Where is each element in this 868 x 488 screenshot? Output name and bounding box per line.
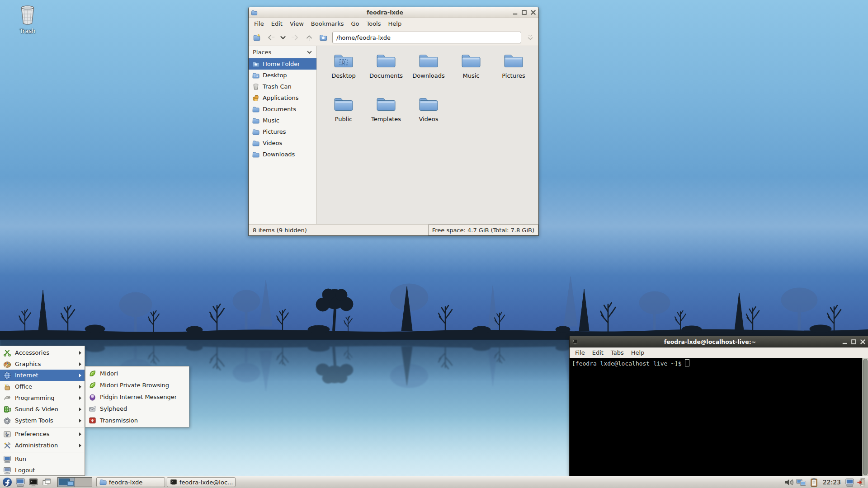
submenu-item-sylpheed[interactable]: Sylpheed [85,403,189,414]
minimize-icon[interactable] [842,339,848,345]
folder-big-icon [375,52,397,70]
file-manager-launcher[interactable] [14,477,26,488]
folder-big-icon [418,96,439,113]
folder-pictures[interactable]: Pictures [492,52,535,96]
menu-item-preferences[interactable]: Preferences [0,428,85,440]
submenu-arrow-icon [79,351,81,355]
close-icon[interactable] [860,339,866,345]
menu-item-accessories[interactable]: Accessories [0,347,85,358]
menu-button[interactable] [1,477,13,488]
folder-documents[interactable]: Documents [365,52,407,96]
fm-menu-edit[interactable]: Edit [268,19,286,28]
sidebar-item-applications[interactable]: Applications [249,92,316,103]
sidebar-item-pictures[interactable]: Pictures [249,126,316,137]
sidebar-item-trash-can[interactable]: Trash Can [249,81,316,92]
menu-separator [0,452,84,452]
screensaver-icon[interactable] [845,478,854,487]
terminal-menu-tabs[interactable]: Tabs [607,348,627,357]
sidebar-item-downloads[interactable]: Downloads [249,149,316,160]
graphics-icon [3,360,11,368]
terminal-output[interactable]: [feodra-lxde@localhost-live ~]$ [570,358,862,476]
menu-item-internet[interactable]: Internet [0,370,85,381]
desktop-icon-trash[interactable]: Trash [12,5,43,34]
fm-menu-help[interactable]: Help [385,19,406,28]
fm-statusbar: 8 items (9 hidden) Free space: 4.7 GiB (… [249,224,538,235]
forward-button[interactable] [290,33,300,42]
maximize-icon[interactable] [851,339,857,345]
menu-item-graphics[interactable]: Graphics [0,358,85,370]
submenu-item-midori[interactable]: Midori [85,367,189,379]
submenu-arrow-icon [79,432,81,436]
submenu-item-transmission[interactable]: Transmission [85,414,189,426]
submenu-arrow-icon [79,385,81,389]
network-icon[interactable] [796,478,807,487]
menu-item-system-tools[interactable]: System Tools [0,415,85,426]
menu-item-administration[interactable]: Administration [0,440,85,451]
jump-to-icon[interactable] [525,33,535,42]
places-header[interactable]: Places [249,46,316,58]
folder-label: Pictures [492,72,535,79]
close-icon[interactable] [530,9,536,15]
task-button-feodra-lxde[interactable]: feodra-lxde [96,477,165,487]
trash-small-icon [252,83,259,90]
folder-videos[interactable]: Videos [407,96,450,139]
terminal-menu-file[interactable]: File [571,348,589,357]
volume-icon[interactable] [784,478,793,487]
fm-titlebar[interactable]: feodra-lxde [249,7,538,18]
iconify-all-button[interactable] [41,477,52,488]
fm-menu-tools[interactable]: Tools [363,19,384,28]
sidebar-item-videos[interactable]: Videos [249,137,316,149]
maximize-icon[interactable] [521,9,527,15]
back-button[interactable] [266,33,276,42]
clipboard-icon[interactable] [809,478,819,487]
path-input[interactable] [332,32,521,43]
place-label: Desktop [263,72,287,79]
submenu-item-pidgin-internet-messenger[interactable]: Pidgin Internet Messenger [85,391,189,403]
folder-templates[interactable]: Templates [365,96,407,139]
terminal-window-title: feodra-lxde@localhost-live:~ [580,338,840,345]
fm-menu-bookmarks[interactable]: Bookmarks [307,19,348,28]
fm-menu-go[interactable]: Go [347,19,363,28]
sidebar-item-documents[interactable]: Documents [249,103,316,115]
place-label: Videos [263,140,282,146]
administration-icon [3,441,11,450]
task-button-feodra-lxde-loc[interactable]: feodra-lxde@loc... [167,477,236,487]
workspace-pager[interactable] [57,477,92,487]
terminal-menu-edit[interactable]: Edit [589,348,607,357]
task-button-label: feodra-lxde [109,479,142,486]
fm-menu-file[interactable]: File [250,19,268,28]
menu-item-programming[interactable]: Programming [0,392,85,404]
sidebar-item-desktop[interactable]: Desktop [249,70,316,81]
fm-icon-view[interactable]: DDesktopDocumentsDownloadsMusicPicturesP… [317,46,538,224]
terminal-launcher[interactable] [28,477,39,488]
folder-music[interactable]: Music [450,52,492,96]
fm-menu-view[interactable]: View [286,19,307,28]
scrollbar-thumb[interactable] [863,359,868,475]
workspace-1[interactable] [58,478,75,487]
workspace-2[interactable] [75,478,92,487]
folder-desktop[interactable]: DDesktop [322,52,365,96]
terminal-menu-help[interactable]: Help [627,348,648,357]
sidebar-item-home-folder[interactable]: Home Folder [249,58,316,70]
history-dropdown-icon[interactable] [280,33,286,42]
menu-item-run[interactable]: Run [0,453,85,465]
menu-item-logout[interactable]: Logout [0,465,85,476]
home-button[interactable] [318,33,328,42]
folder-downloads[interactable]: Downloads [407,52,450,96]
desktop: Trash feodra-lxde FileEditViewBookmarksG… [0,0,868,488]
place-label: Applications [263,94,298,101]
office-icon [3,383,11,391]
terminal-titlebar[interactable]: feodra-lxde@localhost-live:~ [570,336,868,347]
clock[interactable]: 22:23 [821,479,843,486]
logout-icon [3,466,11,474]
logout-icon[interactable] [857,478,866,487]
folder-public[interactable]: Public [322,96,365,139]
new-tab-button[interactable] [252,33,262,42]
menu-item-sound-video[interactable]: Sound & Video [0,404,85,415]
sidebar-item-music[interactable]: Music [249,115,316,126]
terminal-scrollbar[interactable] [862,358,868,476]
up-button[interactable] [304,33,314,42]
submenu-item-midori-private-browsing[interactable]: Midori Private Browsing [85,379,189,391]
menu-item-office[interactable]: Office [0,381,85,392]
minimize-icon[interactable] [512,9,518,15]
